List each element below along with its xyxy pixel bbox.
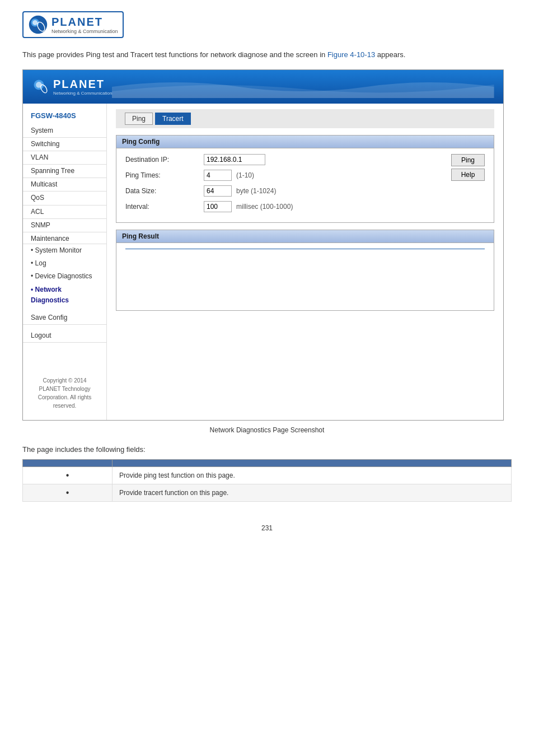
label-ping-times: Ping Times: — [125, 171, 204, 179]
form-row-ping-times: Ping Times: (1-10) — [125, 170, 451, 181]
table-row: • Provide ping test function on this pag… — [23, 467, 512, 484]
header-planet-text: PLANET — [53, 78, 112, 91]
header-logo: PLANET Networking & Communication — [32, 78, 112, 96]
table-header-row — [23, 460, 512, 467]
table-header-col1 — [23, 460, 113, 467]
sidebar-item-multicast[interactable]: Multicast — [23, 178, 106, 192]
sidebar-item-network-diagnostics[interactable]: • Network Diagnostics — [23, 283, 106, 307]
figure-link[interactable]: Figure 4-10-13 — [327, 50, 375, 59]
sidebar-item-device-diagnostics[interactable]: • Device Diagnostics — [23, 270, 106, 283]
top-logo: PLANET Networking & Communication — [22, 11, 512, 38]
sidebar-footer: Copyright © 2014PLANET TechnologyCorpora… — [23, 343, 106, 414]
label-interval: Interval: — [125, 203, 204, 211]
form-row-data-size: Data Size: byte (1-1024) — [125, 185, 451, 197]
sidebar-device-name[interactable]: FGSW-4840S — [23, 109, 106, 124]
sidebar-item-log[interactable]: • Log — [23, 257, 106, 270]
form-row-destination-ip: Destination IP: — [125, 154, 451, 165]
tab-bar: Ping Tracert — [116, 109, 494, 128]
ping-result-header: Ping Result — [116, 230, 494, 243]
help-button[interactable]: Help — [451, 169, 485, 181]
sidebar-item-vlan[interactable]: VLAN — [23, 151, 106, 165]
input-ping-times[interactable] — [204, 170, 232, 181]
logo-tagline: Networking & Communication — [51, 29, 118, 34]
table-header-col2 — [113, 460, 512, 467]
ping-config-header: Ping Config — [116, 136, 494, 148]
ping-result-section: Ping Result — [116, 230, 494, 311]
tab-tracert[interactable]: Tracert — [155, 113, 191, 125]
sidebar-item-snmp[interactable]: SNMP — [23, 219, 106, 232]
ui-body: FGSW-4840S System Switching VLAN Spannin… — [23, 104, 503, 421]
sidebar-item-logout[interactable]: Logout — [23, 329, 106, 343]
table-cell-desc-1: Provide ping test function on this page. — [113, 467, 512, 484]
ui-frame: PLANET Networking & Communication FGSW-4… — [22, 69, 504, 421]
sidebar-item-system[interactable]: System — [23, 124, 106, 138]
fields-intro: The page includes the following fields: — [22, 445, 512, 454]
ping-button[interactable]: Ping — [451, 154, 485, 166]
sidebar-item-acl[interactable]: ACL — [23, 206, 106, 219]
sidebar-item-spanning-tree[interactable]: Spanning Tree — [23, 165, 106, 178]
intro-paragraph: This page provides Ping test and Tracert… — [22, 49, 512, 60]
table-cell-bullet-2: • — [23, 484, 113, 502]
page-number: 231 — [22, 524, 512, 532]
screenshot-caption: Network Diagnostics Page Screenshot — [22, 426, 512, 434]
sidebar-item-switching[interactable]: Switching — [23, 138, 106, 151]
form-row-interval: Interval: millisec (100-1000) — [125, 201, 451, 212]
hint-data-size: byte (1-1024) — [236, 187, 276, 195]
sidebar-copyright: Copyright © 2014PLANET TechnologyCorpora… — [38, 377, 92, 409]
hint-interval: millisec (100-1000) — [236, 203, 293, 211]
ui-header: PLANET Networking & Communication — [23, 70, 503, 104]
intro-text-after: appears. — [375, 50, 405, 59]
sidebar-item-save-config[interactable]: Save Config — [23, 311, 106, 325]
header-tagline: Networking & Communication — [53, 91, 112, 96]
table-cell-bullet-1: • — [23, 467, 113, 484]
input-data-size[interactable] — [204, 185, 232, 197]
fields-table: • Provide ping test function on this pag… — [22, 459, 512, 502]
ping-result-body — [116, 243, 494, 310]
svg-point-6 — [39, 83, 48, 94]
table-row: • Provide tracert function on this page. — [23, 484, 512, 502]
svg-point-2 — [32, 20, 38, 25]
logo-planet-text: PLANET — [51, 16, 118, 29]
sidebar-item-system-monitor[interactable]: • System Monitor — [23, 244, 106, 257]
sidebar-item-qos[interactable]: QoS — [23, 192, 106, 205]
sidebar: FGSW-4840S System Switching VLAN Spannin… — [23, 104, 107, 421]
header-logo-icon — [32, 78, 50, 96]
action-buttons: Ping Help — [451, 154, 485, 181]
intro-text-before: This page provides Ping test and Tracert… — [22, 50, 327, 59]
ping-config-body: Destination IP: Ping Times: (1-10) Data — [116, 148, 494, 222]
header-wave — [112, 76, 494, 98]
input-interval[interactable] — [204, 201, 232, 212]
input-destination-ip[interactable] — [204, 154, 265, 165]
planet-logo-icon — [28, 15, 48, 35]
ping-config-section: Ping Config Destination IP: Ping Times: — [116, 135, 494, 223]
label-destination-ip: Destination IP: — [125, 156, 204, 164]
main-content: Ping Tracert Ping Config Destination IP: — [107, 104, 503, 421]
hint-ping-times: (1-10) — [236, 171, 254, 179]
table-cell-desc-2: Provide tracert function on this page. — [113, 484, 512, 502]
tab-ping[interactable]: Ping — [125, 113, 153, 125]
label-data-size: Data Size: — [125, 187, 204, 195]
sidebar-maintenance-label: Maintenance — [23, 232, 106, 244]
